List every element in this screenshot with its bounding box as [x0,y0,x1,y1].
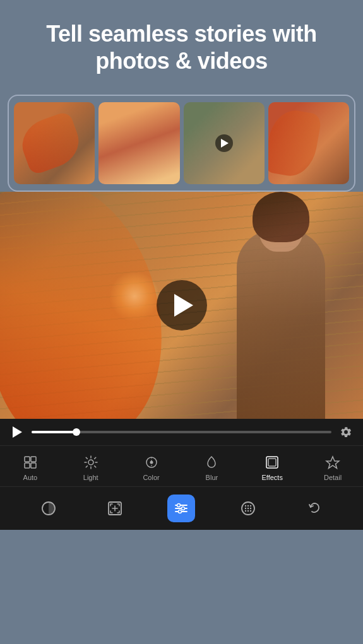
progress-bar[interactable] [32,431,331,433]
tool-light[interactable]: Light [72,451,110,484]
tool-color-label: Color [143,474,159,481]
svg-point-22 [177,504,181,507]
person-silhouette [237,230,325,419]
svg-rect-3 [31,463,36,468]
svg-rect-1 [31,457,36,462]
play-pause-button[interactable] [10,425,24,439]
thumbnail-2[interactable] [98,102,179,184]
progress-thumb[interactable] [73,428,80,436]
action-bar [0,486,363,530]
svg-point-32 [245,510,246,512]
person-hair [253,192,309,242]
thumbnail-strip-container [0,87,363,192]
tool-auto-label: Auto [23,474,38,481]
action-grain-button[interactable] [234,495,262,522]
svg-point-4 [88,460,93,465]
settings-button[interactable] [339,425,353,439]
tool-bar: Auto Light [0,445,363,486]
header-section: Tell seamless stories with photos & vide… [0,0,363,87]
detail-icon [324,454,342,471]
tool-detail-label: Detail [324,474,342,481]
tool-auto[interactable]: Auto [11,451,49,484]
svg-point-23 [182,507,185,510]
action-mask-button[interactable] [35,495,62,522]
sun-flare [109,271,160,322]
tool-light-label: Light [83,474,98,481]
app-wrapper: Tell seamless stories with photos & vide… [0,0,363,644]
page-title: Tell seamless stories with photos & vide… [15,20,348,74]
color-icon [143,454,160,471]
blur-icon [203,454,220,471]
svg-point-24 [179,510,182,513]
light-icon [82,454,100,471]
thumbnail-1[interactable] [14,102,95,184]
auto-icon [21,454,39,471]
thumbnail-3[interactable] [184,102,265,184]
svg-marker-16 [326,457,339,469]
effects-icon [263,454,281,471]
svg-point-33 [247,510,249,512]
main-video[interactable] [0,192,363,419]
svg-rect-15 [268,459,276,466]
svg-point-34 [250,510,251,512]
svg-point-27 [247,505,249,506]
tool-effects-label: Effects [262,474,283,481]
thumbnail-4[interactable] [268,102,349,184]
thumbnail-3-play-icon[interactable] [215,134,233,152]
svg-point-29 [245,508,246,509]
svg-rect-0 [25,457,30,462]
svg-line-11 [94,458,95,459]
tool-effects[interactable]: Effects [253,451,291,484]
revert-icon [306,500,323,517]
progress-fill [32,431,76,433]
action-adjust-button[interactable] [167,495,195,522]
tool-blur-label: Blur [206,474,218,481]
person-head [259,198,303,252]
gear-icon [340,426,352,438]
svg-point-28 [250,505,251,506]
mask-icon [40,500,57,517]
svg-rect-2 [25,463,30,468]
svg-point-13 [150,461,153,464]
svg-line-12 [86,466,87,467]
tool-blur[interactable]: Blur [193,451,230,484]
svg-line-10 [94,466,95,467]
tool-color[interactable]: Color [133,451,170,484]
tool-detail[interactable]: Detail [314,451,352,484]
svg-point-26 [245,505,246,506]
action-revert-button[interactable] [301,495,328,522]
grain-icon [239,500,257,517]
action-transform-button[interactable] [101,495,129,522]
svg-point-31 [250,508,251,509]
main-play-button[interactable] [157,280,207,331]
svg-point-30 [247,508,249,509]
thumbnail-strip [8,95,355,192]
controls-bar [0,419,363,445]
adjust-icon [172,500,190,517]
svg-line-9 [86,458,87,459]
transform-icon [106,500,124,517]
